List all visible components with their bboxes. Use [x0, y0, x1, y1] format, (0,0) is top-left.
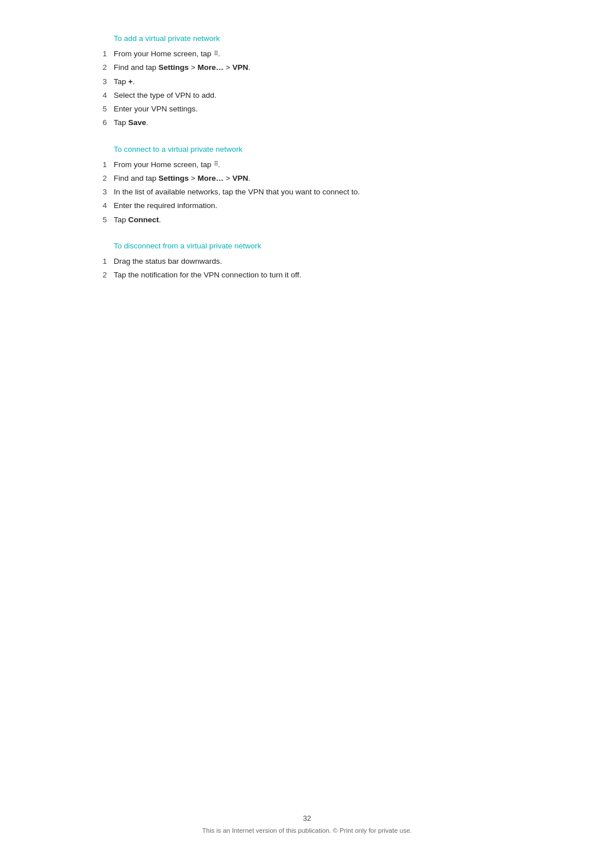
section-title-connect-vpn: To connect to a virtual private network	[114, 145, 523, 153]
section-disconnect-vpn: To disconnect from a virtual private net…	[91, 242, 523, 281]
page-footer: 32 This is an Internet version of this p…	[0, 814, 614, 834]
section-add-vpn: To add a virtual private network 1 From …	[91, 34, 523, 129]
step-number: 5	[91, 214, 114, 226]
step-content: Find and tap Settings > More… > VPN.	[114, 62, 523, 73]
list-item: 1 Drag the status bar downwards.	[91, 256, 523, 267]
list-item: 4 Select the type of VPN to add.	[91, 90, 523, 101]
step-number: 1	[91, 48, 114, 60]
add-vpn-list: 1 From your Home screen, tap ⠿. 2 Find a…	[91, 48, 523, 129]
step-content: Tap +.	[114, 76, 523, 88]
step-content: In the list of available networks, tap t…	[114, 186, 523, 198]
list-item: 3 In the list of available networks, tap…	[91, 186, 523, 198]
section-connect-vpn: To connect to a virtual private network …	[91, 145, 523, 226]
footer-note: This is an Internet version of this publ…	[0, 827, 614, 834]
list-item: 2 Tap the notification for the VPN conne…	[91, 269, 523, 281]
step-number: 3	[91, 186, 114, 198]
step-number: 1	[91, 256, 114, 267]
step-content: From your Home screen, tap ⠿.	[114, 48, 523, 60]
step-number: 2	[91, 269, 114, 281]
section-title-disconnect-vpn: To disconnect from a virtual private net…	[114, 242, 523, 250]
step-content: Drag the status bar downwards.	[114, 256, 523, 267]
connect-vpn-list: 1 From your Home screen, tap ⠿. 2 Find a…	[91, 159, 523, 226]
step-content: Tap Connect.	[114, 214, 523, 226]
list-item: 1 From your Home screen, tap ⠿.	[91, 48, 523, 60]
step-content: Tap Save.	[114, 117, 523, 128]
apps-icon: ⠿	[214, 51, 218, 57]
step-number: 3	[91, 76, 114, 88]
disconnect-vpn-list: 1 Drag the status bar downwards. 2 Tap t…	[91, 256, 523, 281]
step-content: From your Home screen, tap ⠿.	[114, 159, 523, 171]
apps-icon: ⠿	[214, 161, 218, 167]
step-number: 6	[91, 117, 114, 128]
step-number: 2	[91, 62, 114, 73]
step-number: 5	[91, 103, 114, 115]
list-item: 5 Enter your VPN settings.	[91, 103, 523, 115]
step-number: 2	[91, 173, 114, 184]
page-number: 32	[0, 814, 614, 823]
list-item: 2 Find and tap Settings > More… > VPN.	[91, 62, 523, 73]
list-item: 5 Tap Connect.	[91, 214, 523, 226]
step-content: Enter your VPN settings.	[114, 103, 523, 115]
list-item: 1 From your Home screen, tap ⠿.	[91, 159, 523, 171]
list-item: 3 Tap +.	[91, 76, 523, 88]
step-number: 4	[91, 90, 114, 101]
step-content: Enter the required information.	[114, 200, 523, 211]
step-number: 1	[91, 159, 114, 171]
list-item: 4 Enter the required information.	[91, 200, 523, 211]
step-number: 4	[91, 200, 114, 211]
step-content: Tap the notification for the VPN connect…	[114, 269, 523, 281]
step-content: Find and tap Settings > More… > VPN.	[114, 173, 523, 184]
page-container: To add a virtual private network 1 From …	[0, 0, 614, 868]
list-item: 2 Find and tap Settings > More… > VPN.	[91, 173, 523, 184]
step-content: Select the type of VPN to add.	[114, 90, 523, 101]
section-title-add-vpn: To add a virtual private network	[114, 34, 523, 43]
list-item: 6 Tap Save.	[91, 117, 523, 128]
